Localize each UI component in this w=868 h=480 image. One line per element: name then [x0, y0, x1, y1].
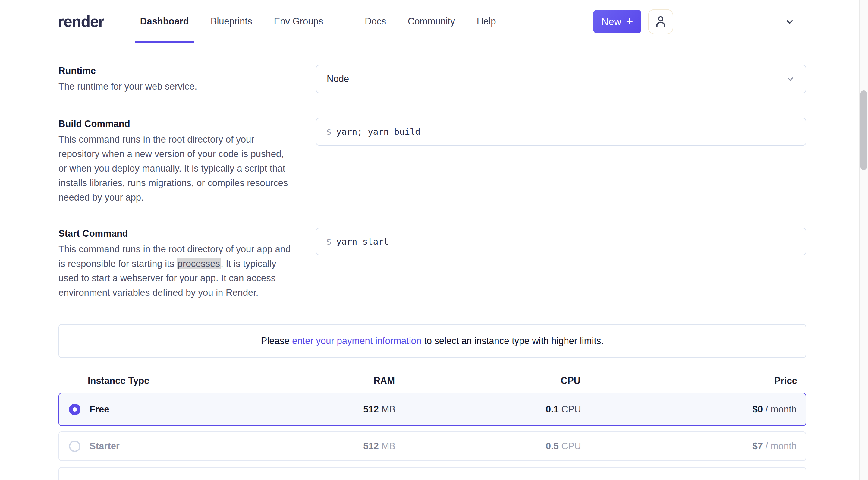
- column-header-cpu: CPU: [395, 376, 581, 386]
- cpu-unit: CPU: [561, 441, 581, 451]
- runtime-label-block: Runtime The runtime for your web service…: [59, 65, 316, 94]
- banner-text: to select an instance type with higher l…: [421, 336, 604, 347]
- start-command-description: This command runs in the root directory …: [59, 242, 292, 300]
- banner-text: Please: [261, 336, 292, 347]
- new-button-label: New: [601, 16, 621, 27]
- runtime-field-row: Runtime The runtime for your web service…: [59, 65, 806, 94]
- service-settings-form: Runtime The runtime for your web service…: [0, 43, 868, 480]
- nav-link-help[interactable]: Help: [472, 0, 501, 42]
- instance-type-table: Instance Type RAM CPU Price Free 512 MB …: [59, 374, 806, 480]
- page-scrollbar-track[interactable]: [859, 0, 868, 480]
- build-command-field-row: Build Command This command runs in the r…: [59, 118, 806, 205]
- instance-row-partial[interactable]: [59, 467, 806, 480]
- plus-icon: +: [626, 14, 633, 28]
- radio-unselected-icon[interactable]: [69, 441, 81, 452]
- price-value: $0: [752, 404, 763, 415]
- page-scrollbar-thumb[interactable]: [861, 90, 867, 170]
- account-menu-toggle[interactable]: [783, 16, 796, 28]
- ram-value: 512: [363, 441, 379, 451]
- chevron-down-icon: [784, 16, 796, 28]
- cpu-unit: CPU: [561, 404, 581, 415]
- nav-divider: [344, 13, 344, 30]
- runtime-select[interactable]: Node: [316, 65, 806, 93]
- instance-row-free[interactable]: Free 512 MB 0.1 CPU $0 / month: [59, 393, 806, 426]
- runtime-description: The runtime for your web service.: [59, 79, 292, 94]
- new-button[interactable]: New +: [593, 10, 641, 33]
- instance-row-starter[interactable]: Starter 512 MB 0.5 CPU $7 / month: [59, 431, 806, 461]
- render-logo[interactable]: render: [58, 12, 104, 30]
- runtime-label: Runtime: [59, 65, 316, 77]
- cpu-value: 0.5: [546, 441, 559, 451]
- price-unit: / month: [766, 404, 797, 415]
- chevron-down-icon: [785, 74, 795, 84]
- account-avatar-button[interactable]: [648, 9, 673, 34]
- top-navbar: render Dashboard Blueprints Env Groups D…: [0, 0, 868, 43]
- cpu-value: 0.1: [546, 404, 559, 415]
- enter-payment-information-link[interactable]: enter your payment information: [292, 336, 421, 347]
- instance-name: Starter: [90, 441, 120, 452]
- nav-link-community[interactable]: Community: [403, 0, 460, 42]
- start-command-box: $: [316, 228, 806, 256]
- start-command-field-row: Start Command This command runs in the r…: [59, 228, 806, 300]
- ram-unit: MB: [381, 441, 396, 451]
- instance-name: Free: [90, 404, 109, 415]
- price-value: $7: [752, 441, 763, 451]
- build-command-box: $: [316, 118, 806, 146]
- build-command-label-block: Build Command This command runs in the r…: [59, 118, 316, 205]
- radio-selected-icon[interactable]: [69, 404, 81, 415]
- column-header-ram: RAM: [245, 376, 395, 386]
- tab-dashboard[interactable]: Dashboard: [135, 0, 194, 42]
- payment-info-banner: Please enter your payment information to…: [59, 324, 806, 358]
- start-command-label-block: Start Command This command runs in the r…: [59, 228, 316, 300]
- primary-nav: Dashboard Blueprints Env Groups Docs Com…: [135, 0, 501, 42]
- build-command-label: Build Command: [59, 118, 316, 130]
- shell-prompt: $: [326, 236, 331, 247]
- tab-env-groups[interactable]: Env Groups: [269, 0, 328, 42]
- instance-table-header: Instance Type RAM CPU Price: [59, 374, 806, 387]
- tab-blueprints[interactable]: Blueprints: [206, 0, 257, 42]
- shell-prompt: $: [326, 127, 331, 137]
- ram-value: 512: [363, 404, 379, 415]
- user-icon: [653, 14, 669, 30]
- column-header-instance-type: Instance Type: [59, 376, 245, 386]
- start-command-label: Start Command: [59, 228, 316, 240]
- build-command-description: This command runs in the root directory …: [59, 132, 292, 205]
- column-header-price: Price: [581, 376, 797, 386]
- highlighted-text: processes: [177, 258, 221, 269]
- runtime-selected-value: Node: [327, 73, 349, 84]
- ram-unit: MB: [381, 404, 396, 415]
- price-unit: / month: [766, 441, 797, 451]
- start-command-input[interactable]: [336, 236, 796, 247]
- nav-link-docs[interactable]: Docs: [360, 0, 391, 42]
- build-command-input[interactable]: [336, 127, 796, 137]
